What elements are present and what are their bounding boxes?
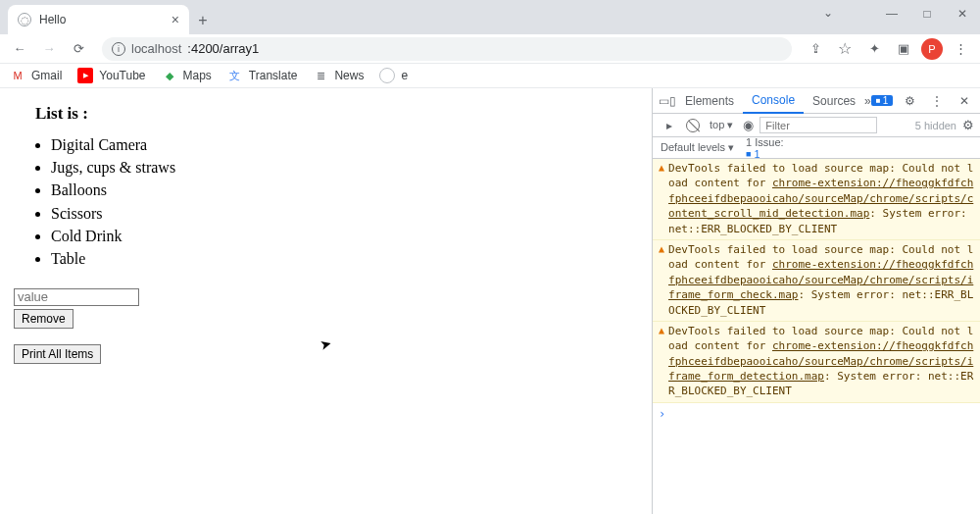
devtools-close-icon[interactable]: ✕: [954, 94, 975, 108]
minimize-button[interactable]: —: [874, 0, 909, 27]
back-button[interactable]: ←: [8, 37, 31, 61]
item-list: Digital CameraJugs, cups & strawsBalloon…: [51, 133, 638, 270]
console-warning-row: ▲DevTools failed to load source map: Cou…: [653, 159, 980, 240]
toolbar: ← → ⟳ i localhost:4200/array1 ⇪ ☆ ✦ ▣ P …: [0, 34, 980, 64]
issues-label[interactable]: 1 Issue: 1: [746, 136, 784, 160]
console-warning-row: ▲DevTools failed to load source map: Cou…: [653, 322, 980, 403]
page-heading: List is :: [35, 104, 638, 124]
window-controls: — □ ✕: [874, 0, 980, 27]
tab-title: Hello: [39, 13, 164, 26]
devtools-settings-icon[interactable]: ⚙: [899, 94, 920, 108]
list-item: Jugs, cups & straws: [51, 156, 638, 179]
context-selector[interactable]: top ▾: [706, 117, 737, 133]
url-host: localhost: [131, 41, 181, 56]
bookmark-maps[interactable]: ◆Maps: [162, 68, 212, 83]
tab-sources[interactable]: Sources: [804, 88, 864, 114]
share-icon[interactable]: ⇪: [804, 37, 827, 61]
url-path: :4200/array1: [187, 41, 259, 56]
warning-icon: ▲: [659, 161, 664, 236]
translate-icon: 文: [227, 68, 243, 83]
device-toggle-icon[interactable]: ▯: [669, 94, 676, 108]
globe-icon: ◌: [18, 13, 31, 26]
bookmark-star-icon[interactable]: ☆: [833, 37, 857, 61]
tab-elements[interactable]: Elements: [676, 88, 743, 114]
console-settings-icon[interactable]: ⚙: [962, 118, 974, 132]
site-info-icon[interactable]: i: [112, 42, 125, 56]
console-body: ▲DevTools failed to load source map: Cou…: [653, 159, 980, 514]
maps-icon: ◆: [162, 68, 177, 83]
list-item: Balloons: [51, 179, 638, 201]
live-expression-icon[interactable]: ◉: [743, 118, 754, 132]
levels-dropdown[interactable]: Default levels ▾: [661, 141, 734, 154]
reload-button[interactable]: ⟳: [67, 37, 90, 61]
inspect-icon[interactable]: ▭: [659, 94, 669, 108]
value-input[interactable]: [14, 288, 139, 306]
list-item: Digital Camera: [51, 133, 638, 156]
warning-icon: ▲: [659, 242, 664, 318]
web-page: List is : Digital CameraJugs, cups & str…: [0, 88, 652, 514]
forward-button[interactable]: →: [37, 37, 61, 61]
browser-tab[interactable]: ◌ Hello ×: [8, 5, 189, 34]
maximize-button[interactable]: □: [909, 0, 945, 27]
warning-message: DevTools failed to load source map: Coul…: [668, 324, 974, 399]
sidebar-toggle-icon[interactable]: ▸: [659, 119, 680, 132]
side-panel-icon[interactable]: ▣: [892, 37, 915, 61]
warning-message: DevTools failed to load source map: Coul…: [668, 161, 974, 236]
source-map-link[interactable]: chrome-extension://fheoggkfdfchfphceeifd…: [668, 258, 973, 301]
tab-console[interactable]: Console: [743, 88, 804, 114]
devtools-tabs: ▭ ▯ Elements Console Sources » 1 ⚙ ⋮ ✕: [653, 88, 980, 114]
bookmarks-bar: MGmail YouTube ◆Maps 文Translate ≣News e: [0, 64, 980, 88]
list-item: Scissors: [51, 202, 638, 225]
profile-avatar[interactable]: P: [921, 38, 943, 60]
bookmark-gmail[interactable]: MGmail: [10, 68, 62, 83]
youtube-icon: [77, 68, 93, 83]
extensions-icon[interactable]: ✦: [862, 37, 886, 61]
devtools-menu-icon[interactable]: ⋮: [926, 94, 948, 108]
list-item: Cold Drink: [51, 225, 638, 247]
console-filter-bar: ▸ top ▾ ◉ 5 hidden ⚙: [653, 114, 980, 137]
source-map-link[interactable]: chrome-extension://fheoggkfdfchfphceeifd…: [668, 339, 973, 383]
content-area: List is : Digital CameraJugs, cups & str…: [0, 88, 980, 514]
tab-overflow-icon[interactable]: ⌄: [823, 6, 833, 20]
new-tab-button[interactable]: +: [189, 7, 217, 34]
more-tabs-icon[interactable]: »: [864, 94, 871, 108]
error-badge[interactable]: 1: [871, 95, 893, 106]
devtools-panel: ▭ ▯ Elements Console Sources » 1 ⚙ ⋮ ✕ ▸…: [652, 88, 980, 514]
bookmark-youtube[interactable]: YouTube: [77, 68, 145, 83]
news-icon: ≣: [313, 68, 328, 83]
list-item: Table: [51, 247, 638, 270]
close-window-button[interactable]: ✕: [945, 0, 980, 27]
globe-small-icon: [379, 68, 395, 83]
warning-icon: ▲: [659, 324, 664, 399]
remove-button[interactable]: Remove: [14, 309, 74, 329]
tab-strip: ◌ Hello × + ⌄ — □ ✕: [0, 0, 980, 34]
console-prompt[interactable]: ›: [653, 403, 980, 426]
address-bar[interactable]: i localhost:4200/array1: [102, 37, 792, 61]
menu-icon[interactable]: ⋮: [949, 37, 972, 61]
bookmark-e[interactable]: e: [379, 68, 408, 83]
console-warning-row: ▲DevTools failed to load source map: Cou…: [653, 240, 980, 322]
console-levels-bar: Default levels ▾ 1 Issue: 1: [653, 137, 980, 159]
hidden-count: 5 hidden: [915, 120, 956, 131]
source-map-link[interactable]: chrome-extension://fheoggkfdfchfphceeifd…: [668, 177, 973, 220]
console-filter-input[interactable]: [760, 117, 877, 133]
clear-console-icon[interactable]: [686, 119, 700, 132]
bookmark-news[interactable]: ≣News: [313, 68, 364, 83]
close-tab-icon[interactable]: ×: [172, 13, 179, 26]
gmail-icon: M: [10, 68, 25, 83]
print-all-button[interactable]: Print All Items: [14, 344, 101, 364]
warning-message: DevTools failed to load source map: Coul…: [668, 242, 974, 318]
bookmark-translate[interactable]: 文Translate: [227, 68, 298, 83]
